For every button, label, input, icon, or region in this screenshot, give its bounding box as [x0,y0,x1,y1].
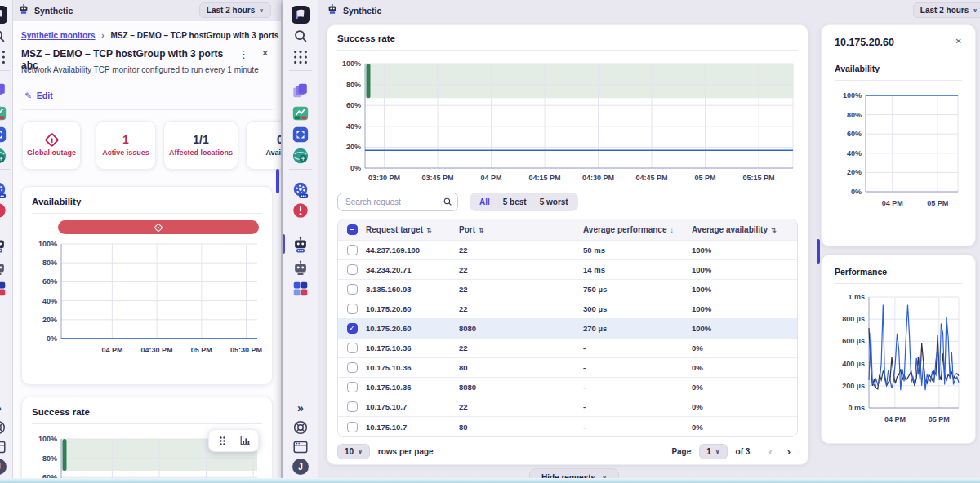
target-detail-card: 10.175.20.60 ✕ Availability 04 PM05 PM0%… [821,24,976,246]
row-checkbox[interactable] [347,264,358,275]
column-header-port[interactable]: Port⇅ [459,225,583,234]
app-icon-synthetic-active[interactable] [291,235,310,255]
edit-button[interactable]: ✎ Edit [24,91,53,100]
row-checkbox[interactable] [347,382,358,392]
app-icon-problems-alert[interactable] [0,201,8,220]
breadcrumb-link-synthetic-monitors[interactable]: Synthetic monitors [21,31,96,40]
recordings-icon[interactable] [291,437,310,457]
expand-rail-icon[interactable]: » [291,398,310,418]
bar-chart-icon[interactable] [234,432,256,449]
chevron-down-icon: ∨ [973,7,978,14]
filter-all[interactable]: All [479,197,490,206]
row-checkbox[interactable] [347,401,358,412]
stat-card-availability[interactable]: 0% Availability [246,121,281,170]
chevron-down-icon: ∨ [358,449,363,455]
svg-text:100%: 100% [38,435,57,443]
search-icon[interactable] [0,26,8,46]
app-icon-synthetic-classic[interactable] [0,258,8,277]
row-checkbox[interactable] [347,343,358,353]
table-row[interactable]: 10.175.10.368080-0% [338,378,797,397]
app-icon-green-dashboard[interactable] [291,104,310,123]
table-row[interactable]: 10.175.10.722-0% [338,397,797,417]
page-label: Page [671,447,691,456]
recordings-icon[interactable] [0,437,8,457]
app-icon-purple-cubes[interactable] [0,82,8,101]
svg-text:04:30 PM: 04:30 PM [141,346,173,354]
help-icon[interactable] [0,418,8,437]
page-select[interactable]: 1∨ [699,444,727,459]
close-icon[interactable]: ✕ [956,37,962,46]
search-input[interactable] [337,193,458,211]
rail-divider [289,70,312,71]
close-icon[interactable]: ✕ [261,48,269,59]
dynatrace-logo[interactable] [291,5,310,24]
table-row[interactable]: 3.135.160.9322750 µs100% [338,280,797,299]
table-row[interactable]: 10.175.20.6022300 µs100% [338,299,797,319]
filter-5-worst[interactable]: 5 worst [540,197,568,206]
app-icon-blue-expand[interactable] [0,125,8,144]
app-icon-blue-expand[interactable] [291,125,310,144]
app-icon-purple-cubes[interactable] [291,82,310,101]
app-icon-synthetic-classic[interactable] [291,258,310,277]
table-row[interactable]: 10.175.10.3680-0% [338,358,797,378]
column-header-average-availability[interactable]: Average availability⇅ [692,225,797,234]
app-icon-settings-badge[interactable] [0,180,8,200]
row-checkbox[interactable] [347,245,358,255]
app-icon-teal-globe[interactable] [0,146,8,166]
availability-title: Availability [835,64,962,73]
help-icon[interactable] [291,418,310,437]
performance-card: Performance 04 PM05 PM0 ms200 µs400 µs60… [821,255,976,444]
select-all-checkbox[interactable]: – [347,224,358,235]
scrollbar-thumb[interactable] [276,169,279,193]
drag-handle-icon[interactable] [212,432,233,449]
global-outage-banner[interactable] [58,220,259,234]
stat-card-global-outage[interactable]: Global outage [22,121,81,170]
row-checkbox[interactable] [347,304,358,314]
expand-rail-icon[interactable]: » [0,398,8,418]
time-range-selector[interactable]: Last 2 hours∨ [913,2,980,18]
search-icon[interactable] [291,26,310,46]
app-icon-problems-alert[interactable] [291,201,310,220]
column-header-request-target[interactable]: Request target⇅ [366,225,459,234]
svg-text:05 PM: 05 PM [927,199,948,207]
filter-5-best[interactable]: 5 best [503,197,527,206]
dynatrace-logo[interactable] [0,5,8,24]
previous-page-icon[interactable]: ‹ [761,445,779,458]
svg-text:200 µs: 200 µs [842,382,865,390]
app-icon-settings-badge[interactable] [291,180,310,200]
app-icon-synthetic-active[interactable] [0,235,8,255]
app-icon-teal-globe[interactable] [291,146,310,166]
rows-per-page-select[interactable]: 10∨ [337,444,370,459]
stat-card-affected-locations[interactable]: 1/1 Affected locations [163,121,238,170]
table-row[interactable]: 44.237.169.1002250 ms100% [338,241,797,260]
row-checkbox-checked[interactable]: ✓ [347,323,358,334]
next-page-icon[interactable]: › [780,445,798,458]
row-checkbox[interactable] [347,422,358,432]
active-app-indicator [283,234,285,254]
app-icon-color-grid[interactable] [0,279,8,299]
app-icon-color-grid[interactable] [291,279,310,299]
right-window-header: Synthetic [327,0,381,21]
table-row[interactable]: 34.234.20.712214 ms100% [338,260,797,280]
avatar[interactable]: J [0,459,7,475]
app-launcher-icon[interactable] [0,47,8,67]
stat-card-active-issues[interactable]: 1 Active issues [96,121,156,170]
row-checkbox[interactable] [347,362,358,373]
column-header-average-performance[interactable]: Average performance↓ [583,225,692,234]
app-icon-green-dashboard[interactable] [0,104,8,123]
page-of-label: of 3 [736,447,751,456]
user-avatar[interactable]: J [291,457,310,476]
row-checkbox[interactable] [347,284,358,295]
svg-text:600 µs: 600 µs [842,337,865,345]
table-row[interactable]: 10.175.10.780-0% [338,417,797,436]
divider [32,213,262,214]
search-box [337,193,458,211]
app-launcher-icon[interactable] [291,47,310,67]
time-range-selector[interactable]: Last 2 hours∨ [199,2,271,18]
table-row-selected[interactable]: ✓ 10.175.20.608080270 µs100% [338,319,797,339]
kebab-menu-icon[interactable]: ⋮ [238,48,249,60]
avatar[interactable]: J [292,459,309,475]
user-avatar[interactable]: J [0,457,8,476]
table-row[interactable]: 10.175.10.3622-0% [338,339,797,358]
scrollbar-thumb[interactable] [817,239,820,264]
